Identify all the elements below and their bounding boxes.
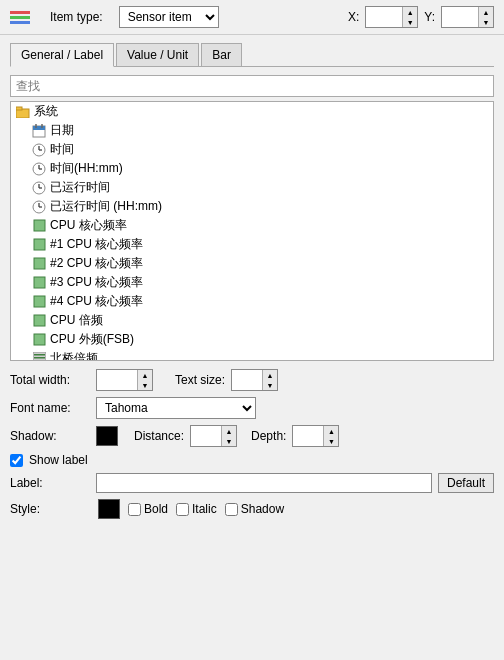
text-size-input[interactable]: 8 [232,370,262,390]
label-row: Label: Default [10,473,494,493]
list-item[interactable]: #1 CPU 核心频率 [11,235,493,254]
font-name-row: Font name: Tahoma [10,397,494,419]
tree-item-label: CPU 倍频 [50,312,103,329]
tree-item-label: #2 CPU 核心频率 [50,255,143,272]
list-item[interactable]: CPU 倍频 [11,311,493,330]
list-item[interactable]: 日期 [11,121,493,140]
svg-rect-26 [34,354,45,356]
shadow-row: Shadow: Distance: 1 ▲ ▼ Depth: 1 ▲ ▼ [10,425,494,447]
x-spinner[interactable]: 0 ▲ ▼ [365,6,418,28]
toolbar: Item type: Sensor item X: 0 ▲ ▼ Y: 0 ▲ ▼ [0,0,504,35]
list-item[interactable]: 已运行时间 (HH:mm) [11,197,493,216]
text-size-spinner[interactable]: 8 ▲ ▼ [231,369,278,391]
app-icon [10,11,30,24]
item-type-select[interactable]: Sensor item [119,6,219,28]
distance-up[interactable]: ▲ [222,426,236,436]
depth-spinner[interactable]: 1 ▲ ▼ [292,425,339,447]
depth-label: Depth: [251,429,286,443]
list-item[interactable]: 已运行时间 [11,178,493,197]
total-width-down[interactable]: ▼ [138,380,152,390]
list-item[interactable]: #3 CPU 核心频率 [11,273,493,292]
style-label: Style: [10,502,90,516]
depth-up[interactable]: ▲ [324,426,338,436]
text-size-label: Text size: [175,373,225,387]
svg-rect-21 [34,277,45,288]
cpu-fsb-icon [31,332,47,348]
style-color-swatch[interactable] [98,499,120,519]
tree-item-label: #3 CPU 核心频率 [50,274,143,291]
y-down-btn[interactable]: ▼ [479,17,493,27]
font-name-select[interactable]: Tahoma [96,397,256,419]
tree-container[interactable]: 系统 日期 时间 [10,101,494,361]
y-input[interactable]: 0 [442,7,478,27]
list-item[interactable]: CPU 外频(FSB) [11,330,493,349]
list-item[interactable]: CPU 核心频率 [11,216,493,235]
list-item[interactable]: 北桥倍频 [11,349,493,361]
svg-rect-1 [16,107,22,110]
tree-item-label: CPU 外频(FSB) [50,331,134,348]
shadow-style-checkbox[interactable] [225,503,238,516]
style-row: Style: Bold Italic Shadow [10,499,494,519]
bold-checkbox[interactable] [128,503,141,516]
tab-general[interactable]: General / Label [10,43,114,67]
total-width-input[interactable]: 160 [97,370,137,390]
list-item[interactable]: 系统 [11,102,493,121]
tree-item-label: 时间 [50,141,74,158]
tab-value[interactable]: Value / Unit [116,43,199,66]
total-width-row: Total width: 160 ▲ ▼ Text size: 8 ▲ ▼ [10,369,494,391]
text-size-up[interactable]: ▲ [263,370,277,380]
tab-bar[interactable]: Bar [201,43,242,66]
tabs: General / Label Value / Unit Bar [10,43,494,67]
total-width-label: Total width: [10,373,90,387]
italic-checkbox[interactable] [176,503,189,516]
depth-down[interactable]: ▼ [324,436,338,446]
italic-label[interactable]: Italic [176,502,217,516]
clock-icon [31,199,47,215]
bold-label[interactable]: Bold [128,502,168,516]
distance-spinner[interactable]: 1 ▲ ▼ [190,425,237,447]
calendar-icon [31,123,47,139]
cpu-freq-icon [31,218,47,234]
tree-item-label: 系统 [34,103,58,120]
svg-rect-19 [34,239,45,250]
svg-rect-22 [34,296,45,307]
svg-rect-20 [34,258,45,269]
list-item[interactable]: #2 CPU 核心频率 [11,254,493,273]
label-input[interactable] [96,473,432,493]
shadow-color-swatch[interactable] [96,426,118,446]
main-panel: General / Label Value / Unit Bar 系统 [0,35,504,527]
distance-input[interactable]: 1 [191,426,221,446]
x-down-btn[interactable]: ▼ [403,17,417,27]
shadow-style-label[interactable]: Shadow [225,502,284,516]
svg-rect-27 [34,357,45,359]
tree-item-label: CPU 核心频率 [50,217,127,234]
distance-down[interactable]: ▼ [222,436,236,446]
tree-item-label: #1 CPU 核心频率 [50,236,143,253]
y-up-btn[interactable]: ▲ [479,7,493,17]
x-input[interactable]: 0 [366,7,402,27]
cpu2-freq-icon [31,256,47,272]
list-item[interactable]: 时间(HH:mm) [11,159,493,178]
x-up-btn[interactable]: ▲ [403,7,417,17]
svg-rect-28 [34,360,45,361]
svg-rect-3 [33,126,45,130]
svg-rect-25 [33,352,46,361]
tree-item-label: 时间(HH:mm) [50,160,123,177]
total-width-spinner[interactable]: 160 ▲ ▼ [96,369,153,391]
text-size-down[interactable]: ▼ [263,380,277,390]
depth-input[interactable]: 1 [293,426,323,446]
list-item[interactable]: #4 CPU 核心频率 [11,292,493,311]
x-label: X: [348,10,359,24]
search-input[interactable] [10,75,494,97]
show-label-checkbox[interactable] [10,454,23,467]
total-width-up[interactable]: ▲ [138,370,152,380]
default-button[interactable]: Default [438,473,494,493]
svg-rect-18 [34,220,45,231]
y-spinner[interactable]: 0 ▲ ▼ [441,6,494,28]
list-item[interactable]: 时间 [11,140,493,159]
cpu1-freq-icon [31,237,47,253]
cpu-multi-icon [31,313,47,329]
clock-icon [31,142,47,158]
label-label: Label: [10,476,90,490]
item-type-label: Item type: [50,10,103,24]
